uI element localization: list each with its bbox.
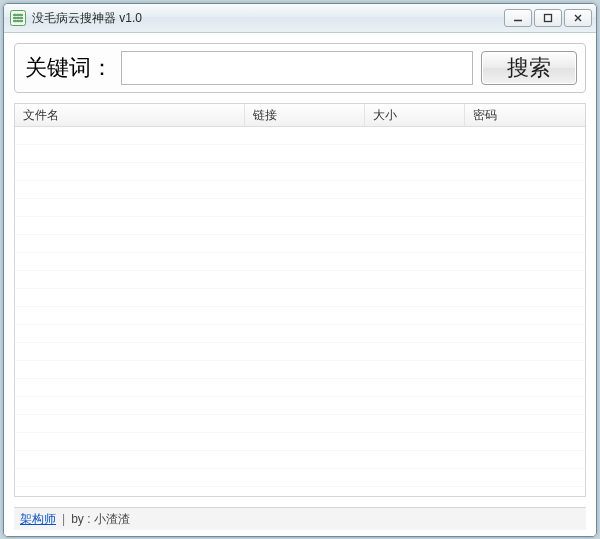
- results-listview[interactable]: 文件名 链接 大小 密码: [14, 103, 586, 497]
- column-header-filename[interactable]: 文件名: [15, 104, 245, 126]
- window-controls: [504, 9, 592, 27]
- status-separator: |: [62, 512, 65, 526]
- statusbar: 架构师 | by : 小渣渣: [14, 507, 586, 530]
- maximize-button[interactable]: [534, 9, 562, 27]
- keyword-label: 关键词：: [23, 51, 113, 85]
- keyword-input[interactable]: [121, 51, 473, 85]
- app-icon: [10, 10, 26, 26]
- titlebar[interactable]: 没毛病云搜神器 v1.0: [4, 4, 596, 33]
- listview-header: 文件名 链接 大小 密码: [15, 104, 585, 127]
- listview-rows-background: [15, 127, 585, 496]
- close-button[interactable]: [564, 9, 592, 27]
- search-panel: 关键词： 搜索: [14, 43, 586, 93]
- column-header-size[interactable]: 大小: [365, 104, 465, 126]
- status-byline: by : 小渣渣: [71, 511, 130, 528]
- column-header-password[interactable]: 密码: [465, 104, 585, 126]
- column-header-link[interactable]: 链接: [245, 104, 365, 126]
- window-title: 没毛病云搜神器 v1.0: [32, 10, 498, 27]
- svg-rect-2: [545, 15, 552, 22]
- listview-body[interactable]: [15, 127, 585, 496]
- minimize-button[interactable]: [504, 9, 532, 27]
- author-link[interactable]: 架构师: [20, 511, 56, 528]
- client-area: 关键词： 搜索 文件名 链接 大小 密码 架构师 | by : 小渣渣: [4, 33, 596, 536]
- app-window: 没毛病云搜神器 v1.0 关键词： 搜索 文件名 链接 大小 密码: [3, 3, 597, 537]
- search-button[interactable]: 搜索: [481, 51, 577, 85]
